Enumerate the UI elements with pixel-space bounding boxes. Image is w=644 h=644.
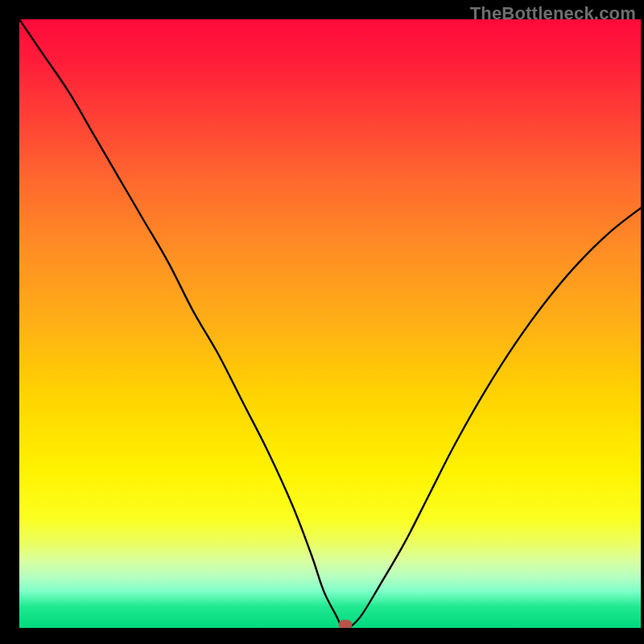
plot-area <box>19 19 641 628</box>
bottleneck-curve <box>19 19 641 628</box>
watermark-text: TheBottleneck.com <box>470 3 636 24</box>
optimal-point-marker <box>339 620 353 628</box>
chart-frame: TheBottleneck.com <box>0 0 644 644</box>
